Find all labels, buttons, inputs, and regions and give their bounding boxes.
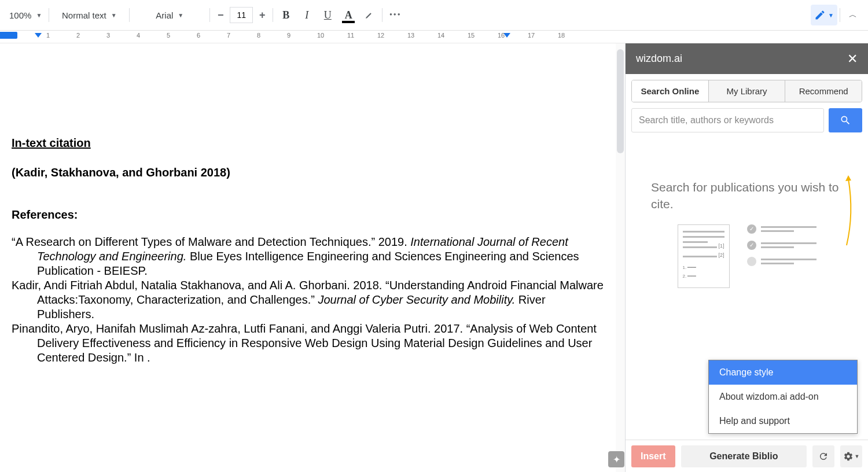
tab-recommend[interactable]: Recommend <box>785 80 862 102</box>
ruler-number: 5 <box>167 32 170 39</box>
font-value: Arial <box>156 10 173 20</box>
separator <box>840 8 840 22</box>
illu-results-icon: ✓ ✓ <box>747 224 816 288</box>
chevron-down-icon: ▼ <box>855 453 860 459</box>
separator <box>49 8 49 22</box>
ruler-number: 4 <box>137 32 140 39</box>
wizdom-sidepanel: wizdom.ai ✕ Search Online My Library Rec… <box>625 43 868 472</box>
ruler-number: 8 <box>257 32 260 39</box>
illu-doc-icon: [1] [2] 1. ━━━ 2. ━━━ <box>678 224 730 288</box>
ruler-number: 15 <box>468 32 475 39</box>
ruler-number: 2 <box>76 32 80 39</box>
search-hint: Search for publications you wish to cite… <box>631 179 862 213</box>
search-row <box>631 108 862 132</box>
underline-button[interactable]: U <box>317 5 338 25</box>
font-dropdown[interactable]: Arial ▼ <box>132 5 207 25</box>
collapse-panel-button[interactable]: ︿ <box>843 5 863 25</box>
document-page[interactable]: In-text citation (Kadir, Stakhanova, and… <box>0 43 616 472</box>
arrow-curve-icon <box>838 173 855 248</box>
settings-popup: Change style About wizdom.ai add-on Help… <box>708 360 858 434</box>
sidepanel-body: Search Online My Library Recommend Searc… <box>626 74 868 440</box>
paragraph-style-dropdown[interactable]: Normal text ▼ <box>52 5 127 25</box>
style-value: Normal text <box>62 10 106 20</box>
font-size-value[interactable]: 11 <box>230 7 253 23</box>
intext-citation: (Kadir, Stakhanova, and Ghorbani 2018) <box>12 165 604 180</box>
formatting-toolbar: 100% ▼ Normal text ▼ Arial ▼ − 11 + B I … <box>0 0 868 31</box>
search-input[interactable] <box>631 108 824 132</box>
references-heading: References: <box>12 208 604 222</box>
sidepanel-tabs: Search Online My Library Recommend <box>631 80 862 102</box>
separator <box>273 8 273 22</box>
reference-entry: Kadir, Andi Fitriah Abdul, Natalia Stakh… <box>12 278 604 322</box>
tab-my-library[interactable]: My Library <box>709 80 786 102</box>
ruler-number: 12 <box>377 32 384 39</box>
separator <box>382 8 382 22</box>
increase-font-button[interactable]: + <box>254 7 270 23</box>
horizontal-ruler[interactable]: 123456789101112131415161718 <box>0 31 868 43</box>
main-area: In-text citation (Kadir, Stakhanova, and… <box>0 43 868 472</box>
pencil-icon <box>814 9 826 21</box>
ruler-left-margin[interactable] <box>0 32 17 39</box>
editing-mode-dropdown[interactable]: ▼ <box>811 5 837 25</box>
ruler-number: 18 <box>558 32 565 39</box>
chevron-down-icon: ▼ <box>178 12 183 19</box>
empty-state-illustration: [1] [2] 1. ━━━ 2. ━━━ ✓ ✓ <box>631 224 862 288</box>
refresh-icon <box>818 451 829 462</box>
scroll-thumb[interactable] <box>617 49 624 153</box>
zoom-dropdown[interactable]: 100% ▼ <box>5 5 46 25</box>
font-size-stepper: − 11 + <box>212 7 270 23</box>
chevron-down-icon: ▼ <box>828 12 834 19</box>
search-button[interactable] <box>829 108 862 132</box>
ruler-number: 6 <box>197 32 200 39</box>
ruler-number: 14 <box>437 32 444 39</box>
ruler-number: 13 <box>407 32 414 39</box>
zoom-value: 100% <box>9 10 31 20</box>
chevron-down-icon: ▼ <box>36 12 42 19</box>
ruler-number: 11 <box>347 32 354 39</box>
sidepanel-title: wizdom.ai <box>636 53 682 65</box>
bold-button[interactable]: B <box>275 5 296 25</box>
more-button[interactable]: ••• <box>385 5 406 25</box>
settings-button[interactable]: ▼ <box>840 445 862 467</box>
separator <box>129 8 130 22</box>
reference-entry: “A Research on Different Types of Malwar… <box>12 235 604 278</box>
menu-about[interactable]: About wizdom.ai add-on <box>709 385 857 409</box>
chevron-down-icon: ▼ <box>111 12 117 19</box>
menu-change-style[interactable]: Change style <box>709 360 857 385</box>
gear-icon <box>843 451 854 462</box>
reference-entry: Pinandito, Aryo, Hanifah Muslimah Az-zah… <box>12 322 604 365</box>
ruler-number: 16 <box>498 32 505 39</box>
insert-button[interactable]: Insert <box>631 445 675 467</box>
highlight-button[interactable] <box>359 5 380 25</box>
ruler-number: 1 <box>46 32 50 39</box>
decrease-font-button[interactable]: − <box>212 7 229 23</box>
italic-button[interactable]: I <box>296 5 317 25</box>
search-icon <box>840 115 851 126</box>
generate-biblio-button[interactable]: Generate Biblio <box>681 445 807 467</box>
ruler-number: 3 <box>106 32 110 39</box>
text-color-button[interactable]: A <box>338 5 359 25</box>
separator <box>209 8 210 22</box>
first-line-indent-marker[interactable] <box>35 33 42 38</box>
ruler-number: 9 <box>287 32 290 39</box>
star-icon: ✦ <box>613 454 620 465</box>
chevron-up-icon: ︿ <box>849 10 857 20</box>
close-icon[interactable]: ✕ <box>847 51 858 67</box>
tab-search-online[interactable]: Search Online <box>632 80 709 102</box>
menu-help[interactable]: Help and support <box>709 409 857 433</box>
highlighter-icon <box>364 10 374 20</box>
refresh-button[interactable] <box>812 445 834 467</box>
ruler-number: 10 <box>317 32 324 39</box>
ruler-number: 7 <box>227 32 230 39</box>
section-heading: In-text citation <box>12 136 604 150</box>
explore-button[interactable]: ✦ <box>608 451 624 467</box>
sidepanel-footer: Insert Generate Biblio ▼ <box>626 440 868 472</box>
ruler-number: 17 <box>528 32 535 39</box>
sidepanel-header: wizdom.ai ✕ <box>626 43 868 74</box>
vertical-scrollbar[interactable]: ✦ <box>616 43 625 472</box>
